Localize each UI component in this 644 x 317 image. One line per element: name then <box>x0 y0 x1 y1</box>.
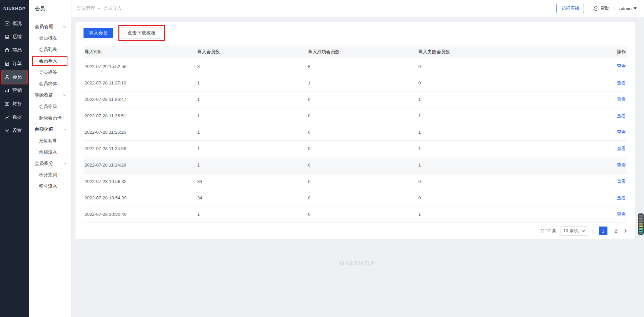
view-link[interactable]: 查看 <box>617 179 626 184</box>
cell-action: 查看 <box>535 140 627 157</box>
cell-failed-count: 1 <box>417 157 535 173</box>
table-row: 2022-07-29 15:52:56880查看 <box>84 58 627 75</box>
view-link[interactable]: 查看 <box>617 80 626 85</box>
table-row: 2022-07-28 11:27:10110查看 <box>84 75 627 91</box>
topbar: 会员管理 - 会员导入 访问店铺 ? 帮助 admin <box>71 0 644 17</box>
table-row: 2022-07-28 10:54:393400查看 <box>84 190 627 206</box>
table-row: 2022-07-28 11:25:51101查看 <box>84 108 627 124</box>
help-button[interactable]: ? 帮助 <box>594 5 609 11</box>
submenu-item[interactable]: 积分流水 <box>29 181 71 192</box>
sidebar-item-orders[interactable]: 订单 <box>2 57 27 70</box>
view-link[interactable]: 查看 <box>617 97 626 102</box>
visit-shop-button[interactable]: 访问店铺 <box>556 4 584 13</box>
cell-failed-count: 1 <box>417 108 535 124</box>
table-row: 2022-07-28 11:25:26101查看 <box>84 124 627 140</box>
pages: 12 <box>599 227 620 235</box>
submenu-item[interactable]: 积分规则 <box>29 169 71 181</box>
next-page-button[interactable] <box>624 229 627 233</box>
cell-success-count: 1 <box>307 75 417 91</box>
help-icon: ? <box>594 6 599 11</box>
submenu-item[interactable]: 会员导入 <box>32 56 67 66</box>
cell-import-time: 2022-07-28 10:56:32 <box>84 173 196 190</box>
view-link[interactable]: 查看 <box>617 64 626 69</box>
submenu-item[interactable]: 会员等级 <box>29 101 71 112</box>
submenu-group-label: 会员管理 <box>35 24 53 30</box>
view-link[interactable]: 查看 <box>617 163 626 168</box>
sidebar-item-label: 店铺 <box>12 34 22 40</box>
submenu-item[interactable]: 会员概况 <box>29 33 71 44</box>
table-header-row: 导入时间导入会员数导入成功会员数导入失败会员数操作 <box>84 46 627 58</box>
sidebar-item-goods[interactable]: 商品 <box>2 44 27 57</box>
submenu-item[interactable]: 充值套餐 <box>29 135 71 146</box>
data-icon <box>4 115 10 120</box>
cell-action: 查看 <box>535 173 627 190</box>
watermark: NIUSHOP <box>71 260 644 267</box>
sidebar-item-finance[interactable]: 财务 <box>2 97 27 111</box>
breadcrumb: 会员管理 - 会员导入 <box>71 5 122 11</box>
sidebar-item-label: 营销 <box>12 87 22 93</box>
goods-icon <box>4 48 10 53</box>
cell-failed-count: 1 <box>417 140 535 157</box>
user-menu[interactable]: admin <box>619 6 637 11</box>
download-template-button[interactable]: 点击下载模板 <box>121 27 162 39</box>
view-link[interactable]: 查看 <box>617 212 626 217</box>
submenu-group-0[interactable]: 会员管理 <box>29 21 71 33</box>
cell-import-count: 8 <box>196 58 307 75</box>
cell-action: 查看 <box>535 58 627 75</box>
cell-success-count: 0 <box>307 140 417 157</box>
page-button-1[interactable]: 1 <box>599 227 607 235</box>
cell-success-count: 0 <box>307 91 417 108</box>
annotation-box-download: 点击下载模板 <box>118 25 165 41</box>
page-size-select[interactable]: 10 条/页 <box>560 226 588 236</box>
view-link[interactable]: 查看 <box>617 195 626 200</box>
cell-failed-count: 1 <box>417 206 535 223</box>
view-link[interactable]: 查看 <box>617 130 626 135</box>
submenu-group-2[interactable]: 余额储值 <box>29 124 71 135</box>
sidebar-item-members[interactable]: 会员 <box>2 70 27 84</box>
submenu-item[interactable]: 会员标签 <box>29 67 71 78</box>
pagination-total: 共 12 条 <box>540 228 556 234</box>
import-records-table: 导入时间导入会员数导入成功会员数导入失败会员数操作 2022-07-29 15:… <box>84 46 627 223</box>
sidebar-item-settings[interactable]: 设置 <box>2 124 27 137</box>
import-members-button[interactable]: 导入会员 <box>84 28 113 38</box>
cell-failed-count: 0 <box>417 75 535 91</box>
sidebar-item-shop[interactable]: 店铺 <box>2 30 27 44</box>
breadcrumb-separator: - <box>98 6 100 11</box>
app-logo: NIUSHOP <box>0 0 29 17</box>
column-header: 导入失败会员数 <box>417 46 535 58</box>
column-header: 导入时间 <box>84 46 196 58</box>
breadcrumb-section[interactable]: 会员管理 <box>76 5 95 11</box>
submenu-item[interactable]: 会员列表 <box>29 44 71 55</box>
cell-failed-count: 1 <box>417 124 535 140</box>
members-icon <box>4 74 10 80</box>
topbar-right: 访问店铺 ? 帮助 admin <box>556 4 644 13</box>
submenu-item[interactable]: 余额流水 <box>29 146 71 158</box>
sidebar-item-marketing[interactable]: 营销 <box>2 84 27 97</box>
cell-failed-count: 0 <box>417 173 535 190</box>
sidebar-item-label: 商品 <box>12 47 22 53</box>
view-link[interactable]: 查看 <box>617 146 626 151</box>
scrollbar-widget[interactable] <box>638 213 644 235</box>
page-size-value: 10 条/页 <box>563 228 579 234</box>
page-button-2[interactable]: 2 <box>611 227 620 235</box>
cell-import-count: 1 <box>196 124 307 140</box>
view-link[interactable]: 查看 <box>617 113 626 118</box>
submenu-item[interactable]: 超级会员卡 <box>29 112 71 124</box>
cell-import-time: 2022-07-28 11:26:47 <box>84 91 196 108</box>
submenu-group-1[interactable]: 等级权益 <box>29 89 71 101</box>
sidebar-item-data[interactable]: 数据 <box>2 111 27 124</box>
chevron-down-icon <box>63 94 66 96</box>
cell-import-time: 2022-07-28 11:25:51 <box>84 108 196 124</box>
cell-import-count: 1 <box>196 140 307 157</box>
cell-failed-count: 0 <box>417 190 535 206</box>
submenu-group-3[interactable]: 会员积分 <box>29 158 71 169</box>
prev-page-button[interactable] <box>592 229 595 233</box>
submenu-title: 会员 <box>29 0 71 17</box>
shop-icon <box>4 34 10 40</box>
cell-action: 查看 <box>535 190 627 206</box>
submenu-item[interactable]: 会员群体 <box>29 78 71 89</box>
cell-import-count: 1 <box>196 91 307 108</box>
chevron-down-icon <box>63 128 66 130</box>
sidebar-item-label: 财务 <box>12 101 22 107</box>
sidebar-item-overview[interactable]: 概况 <box>2 17 27 30</box>
